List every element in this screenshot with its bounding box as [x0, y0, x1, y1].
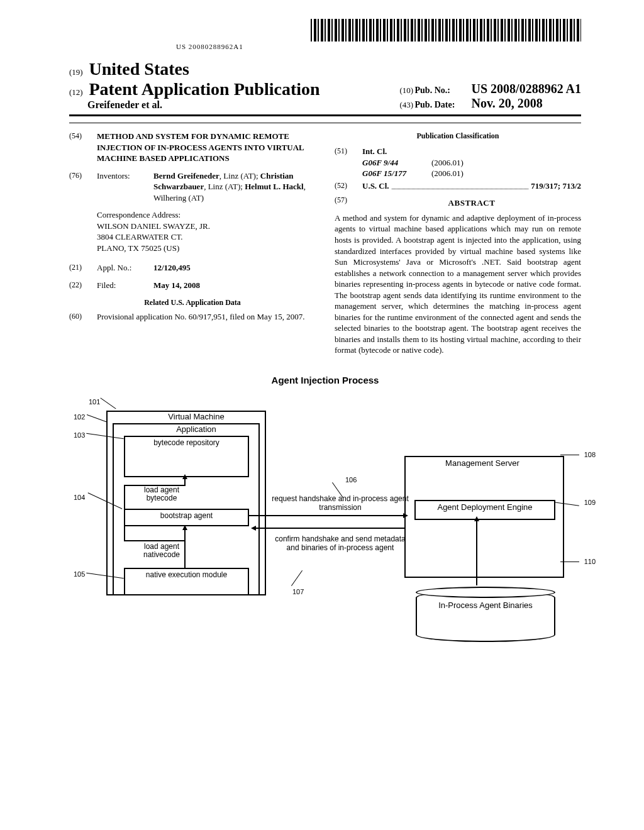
inventor-1: Bernd Greifeneder [153, 171, 219, 180]
uscl-label: U.S. Cl. [362, 180, 389, 192]
code-57: (57) [335, 195, 362, 211]
pubno-label: Pub. No.: [415, 86, 472, 96]
label-management-server: Management Server [426, 458, 539, 468]
correspondence: Correspondence Address: WILSON DANIEL SW… [97, 209, 316, 253]
callout-107: 107 [292, 588, 304, 595]
inventor-3: Helmut L. Hackl [245, 182, 304, 191]
label-virtual-machine: Virtual Machine [155, 412, 237, 421]
correspondence-addr2: PLANO, TX 75025 (US) [97, 243, 316, 254]
leader-102 [87, 414, 108, 423]
related-head: Related U.S. Application Data [69, 297, 316, 307]
invention-title: METHOD AND SYSTEM FOR DYNAMIC REMOTE INJ… [97, 131, 316, 164]
pub-class-head: Publication Classification [335, 131, 581, 141]
callout-106: 106 [345, 476, 357, 484]
box-native-module: native execution module [124, 568, 249, 595]
intcl-1-year: (2006.01) [431, 157, 464, 169]
line-load-native-h [124, 540, 186, 541]
applno-label: Appl. No.: [97, 262, 153, 274]
db-in-process-agent-binaries: In-Process Agent Binaries [416, 590, 555, 642]
pubdate: Nov. 20, 2008 [472, 96, 543, 111]
barcode-icon [311, 19, 581, 42]
inventors: Bernd Greifeneder, Linz (AT); Christian … [153, 170, 316, 204]
callout-108: 108 [584, 451, 596, 458]
rule-thick [69, 114, 581, 116]
figure-title: Agent Injection Process [69, 375, 581, 385]
code-22: (22) [69, 280, 97, 291]
inventor-2-loc: , Linz (AT); [204, 182, 245, 191]
arrow-engine-db [476, 519, 477, 585]
label-request: request handshake and in-process agent t… [271, 495, 409, 512]
code-19: (19) [69, 67, 83, 77]
callout-101: 101 [89, 398, 100, 406]
abstract-text: A method and system for dynamic and adap… [335, 213, 581, 356]
pubdate-label: Pub. Date: [415, 100, 472, 110]
inventors-label: Inventors: [97, 170, 153, 204]
correspondence-addr1: 3804 CLEARWATER CT. [97, 231, 316, 243]
applno: 12/120,495 [153, 263, 191, 272]
label-confirm: confirm handshake and send metadata and … [271, 535, 409, 553]
db-lid [416, 587, 555, 598]
abstract-head: ABSTRACT [362, 197, 581, 209]
code-10: (10) [400, 86, 415, 96]
line-load-native-v1 [124, 524, 125, 540]
barcode-area: US 20080288962A1 [69, 19, 581, 50]
label-load-bytecode: load agent bytecode [136, 486, 187, 502]
code-54: (54) [69, 131, 97, 164]
code-60: (60) [69, 311, 97, 323]
correspondence-label: Correspondence Address: [97, 209, 316, 221]
country: United States [89, 59, 189, 79]
patent-page: US 20080288962A1 (19) United States (12)… [0, 0, 644, 697]
inventor-1-loc: , Linz (AT); [219, 171, 260, 180]
top-header: (19) United States (12) Patent Applicati… [69, 59, 581, 111]
code-76: (76) [69, 170, 97, 204]
figure-diagram: Virtual Machine Application bytecode rep… [74, 396, 577, 672]
filed-label: Filed: [97, 280, 153, 291]
callout-105: 105 [74, 570, 85, 578]
leader-101 [100, 398, 116, 409]
leader-107 [291, 570, 303, 586]
callout-109: 109 [584, 499, 596, 506]
code-21: (21) [69, 262, 97, 274]
label-application: Application [155, 424, 237, 434]
box-agent-deployment-engine: Agent Deployment Engine [414, 500, 555, 520]
arrow-confirm [253, 528, 406, 529]
barcode-number: US 20080288962A1 [69, 43, 581, 50]
intcl-label: Int. Cl. [362, 147, 387, 156]
intcl-1-code: G06F 9/44 [362, 157, 431, 169]
filed-date: May 14, 2008 [153, 280, 200, 290]
label-load-native: load agent nativecode [136, 543, 187, 559]
code-52: (52) [335, 180, 362, 192]
callout-104: 104 [74, 494, 85, 501]
code-51: (51) [335, 146, 362, 179]
uscl-value: 719/317; 713/2 [531, 180, 581, 192]
rule-thin [69, 123, 581, 123]
left-column: (54) METHOD AND SYSTEM FOR DYNAMIC REMOT… [69, 131, 316, 356]
line-native-down [184, 540, 186, 568]
right-column: Publication Classification (51) Int. Cl.… [335, 131, 581, 356]
arrow-native-up [184, 528, 186, 540]
intcl-2-code: G06F 15/177 [362, 168, 431, 179]
publication-label: Patent Application Publication [89, 79, 319, 99]
code-43: (43) [400, 100, 415, 110]
code-12: (12) [69, 87, 83, 97]
line-load-byte-h [124, 485, 186, 486]
leader-110 [560, 562, 579, 562]
related-text: Provisional application No. 60/917,951, … [97, 311, 316, 323]
leader-108 [560, 455, 579, 455]
callout-110: 110 [584, 558, 596, 565]
arrow-request [248, 515, 406, 516]
top-right: (10) Pub. No.: US 2008/0288962 A1 (43) P… [400, 82, 581, 111]
uscl-dots [392, 180, 529, 190]
correspondence-name: WILSON DANIEL SWAYZE, JR. [97, 221, 316, 232]
line-load-byte-v [124, 485, 125, 509]
arrow-repo-up [184, 477, 186, 485]
callout-103: 103 [74, 431, 85, 439]
top-left: (19) United States (12) Patent Applicati… [69, 59, 320, 111]
pubno: US 2008/0288962 A1 [472, 82, 581, 96]
callout-102: 102 [74, 413, 85, 421]
biblio-columns: (54) METHOD AND SYSTEM FOR DYNAMIC REMOT… [69, 131, 581, 356]
intcl-2-year: (2006.01) [431, 168, 464, 179]
authors-line: Greifeneder et al. [69, 99, 320, 111]
